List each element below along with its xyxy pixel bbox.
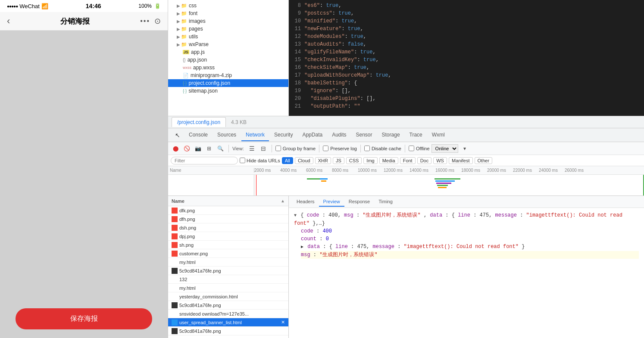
- timeline-header: Name 2000 ms 4000 ms 6000 ms 8000 ms 100…: [168, 166, 644, 175]
- tab-wxml[interactable]: Wxml: [428, 129, 449, 141]
- net-item-myhtml[interactable]: my.html: [168, 258, 288, 267]
- net-item-yesterday[interactable]: yesterday_commission.html: [168, 292, 288, 301]
- record-button[interactable]: ⬤: [171, 144, 180, 153]
- json-root-line: ▼ { code : 400, msg : "生成图片时，系统错误" , dat…: [294, 211, 639, 227]
- throttle-select[interactable]: Online: [431, 144, 458, 153]
- tab-audits[interactable]: Audits: [328, 129, 350, 141]
- offline-checkbox[interactable]: Offline: [409, 146, 430, 151]
- back-icon[interactable]: ‹: [7, 16, 10, 27]
- tab-appdata[interactable]: AppData: [298, 129, 327, 141]
- settings-icon[interactable]: ▾: [460, 144, 469, 153]
- group-by-frame-checkbox[interactable]: Group by frame: [275, 146, 316, 151]
- view-list-button[interactable]: ☰: [247, 144, 257, 153]
- net-item-customer[interactable]: customer.png: [168, 249, 288, 258]
- net-icon-myhtml2: [172, 285, 178, 291]
- file-tree-item-css[interactable]: ▶ 📁 css: [168, 2, 288, 9]
- code-line-15: 15 "checkInvalidKey": true,: [289, 56, 644, 64]
- net-item-sh[interactable]: sh.png: [168, 241, 288, 249]
- battery-icon: 🔋: [154, 3, 161, 9]
- net-item-getmyuser[interactable]: get_my_user_info.html: [168, 335, 288, 338]
- tab-preview[interactable]: Preview: [319, 197, 344, 207]
- tab-headers[interactable]: Headers: [292, 197, 319, 207]
- filter-type-doc[interactable]: Doc: [417, 157, 432, 164]
- net-icon-snsvideo: [172, 311, 178, 317]
- file-tab-projectconfig[interactable]: /project.config.json: [172, 117, 226, 127]
- file-tree-item-images[interactable]: ▶ 📁 images: [168, 17, 288, 25]
- record-icon[interactable]: ⊙: [154, 16, 161, 26]
- view-group-button[interactable]: ⊟: [259, 144, 268, 153]
- scroll-up-icon[interactable]: ▲: [281, 198, 285, 203]
- tab-network[interactable]: Network: [241, 129, 269, 141]
- phone-status-bar: ●●●●● WeChat 📶 14:46 100% 🔋: [0, 0, 168, 12]
- net-item-dsh[interactable]: dsh.png: [168, 223, 288, 232]
- net-item-dfh[interactable]: dfh.png: [168, 215, 288, 223]
- tab-response[interactable]: Response: [344, 197, 375, 207]
- net-item-5c9cd2[interactable]: 5c9cd841a76fe.png: [168, 301, 288, 310]
- filter-type-img[interactable]: Img: [363, 157, 377, 164]
- filter-type-css[interactable]: CSS: [346, 157, 362, 164]
- nav-left[interactable]: ‹: [7, 16, 10, 27]
- filter-type-media[interactable]: Media: [379, 157, 398, 164]
- filter-type-manifest[interactable]: Manifest: [449, 157, 473, 164]
- net-item-user-spread[interactable]: user_spread_banner_list.html ✕: [168, 318, 288, 327]
- code-line-18: 18 "babelSetting": {: [289, 79, 644, 87]
- filter-type-xhr[interactable]: XHR: [315, 157, 331, 164]
- net-item-snsvideo[interactable]: snsvideod ownload?m=127e35...: [168, 310, 288, 318]
- filter-button[interactable]: ⊞: [204, 144, 214, 153]
- code-line-10: 10 "minified": true,: [289, 17, 644, 25]
- tick-6000: 6000 ms: [306, 168, 322, 173]
- filter-type-font[interactable]: Font: [400, 157, 416, 164]
- file-tree-item-wxparse[interactable]: ▶ 📁 wxParse: [168, 40, 288, 48]
- code-line-16: 16 "checkSiteMap": true,: [289, 64, 644, 71]
- tick-24000: 24000 ms: [539, 168, 558, 173]
- file-tree-item-font[interactable]: ▶ 📁 font: [168, 9, 288, 17]
- tab-console[interactable]: Console: [184, 129, 212, 141]
- file-tree-item-pages[interactable]: ▶ 📁 pages: [168, 25, 288, 33]
- net-item-dfk[interactable]: dfk.png: [168, 206, 288, 215]
- tab-storage[interactable]: Storage: [378, 129, 404, 141]
- more-icon[interactable]: •••: [140, 17, 150, 25]
- tab-sensor[interactable]: Sensor: [352, 129, 377, 141]
- search-button[interactable]: 🔍: [216, 144, 225, 153]
- tick-10000: 10000 ms: [358, 168, 377, 173]
- tick-26000: 26000 ms: [565, 168, 584, 173]
- camera-button[interactable]: 📷: [193, 144, 203, 153]
- file-tree-item-utils[interactable]: ▶ 📁 utils: [168, 33, 288, 40]
- preserve-log-checkbox[interactable]: Preserve log: [323, 146, 357, 151]
- nav-right[interactable]: ••• ⊙: [140, 16, 161, 26]
- net-item-myhtml2[interactable]: my.html: [168, 284, 288, 292]
- filter-type-js[interactable]: JS: [333, 157, 344, 164]
- file-tree-item-zip[interactable]: 📄 miniprogram-4.zip: [168, 71, 288, 79]
- disable-cache-checkbox[interactable]: Disable cache: [364, 146, 401, 151]
- tab-security[interactable]: Security: [270, 129, 297, 141]
- net-icon-5c9cd3: [172, 328, 178, 334]
- battery-pct: 100%: [138, 3, 152, 9]
- filter-type-ws[interactable]: WS: [433, 157, 447, 164]
- network-list-area: Name ▲ dfk.png dfh.png dsh.png dpj.png: [168, 196, 644, 338]
- clear-button[interactable]: 🚫: [182, 144, 191, 153]
- net-item-132[interactable]: 132: [168, 275, 288, 284]
- cursor-tool-icon[interactable]: ↖: [172, 129, 184, 141]
- file-tree-item-appwxss[interactable]: wxss app.wxss: [168, 64, 288, 71]
- filter-input[interactable]: [171, 157, 238, 164]
- file-tree-item-sitemap[interactable]: {·} sitemap.json: [168, 87, 288, 95]
- file-tree-item-appjson[interactable]: {} app.json: [168, 56, 288, 64]
- file-tree-item-projectconfig[interactable]: {·} project.config.json: [168, 79, 288, 87]
- devtools-panel: ▶ 📁 css ▶ 📁 font ▶ 📁 images ▶ 📁 pages ▶: [168, 0, 644, 338]
- tab-trace[interactable]: Trace: [405, 129, 427, 141]
- net-icon-user-spread: [172, 319, 178, 326]
- save-poster-button[interactable]: 保存海报: [16, 308, 152, 329]
- filter-type-all[interactable]: All: [282, 157, 293, 164]
- net-item-dpj[interactable]: dpj.png: [168, 232, 288, 241]
- filter-type-other[interactable]: Other: [475, 157, 493, 164]
- tick-14000: 14000 ms: [410, 168, 428, 173]
- file-tree-item-appjs[interactable]: JS app.js: [168, 48, 288, 56]
- filter-type-cloud[interactable]: Cloud: [295, 157, 313, 164]
- tab-sources[interactable]: Sources: [213, 129, 241, 141]
- net-item-5c9cd1[interactable]: 5c9cd841a76fe.png: [168, 267, 288, 275]
- close-tab-icon[interactable]: ✕: [281, 319, 285, 325]
- hide-data-urls-checkbox[interactable]: Hide data URLs: [240, 158, 280, 163]
- net-item-5c9cd3[interactable]: 5c9cd841a76fe.png: [168, 327, 288, 335]
- tab-timing[interactable]: Timing: [374, 197, 397, 207]
- nav-title: 分销海报: [60, 16, 90, 26]
